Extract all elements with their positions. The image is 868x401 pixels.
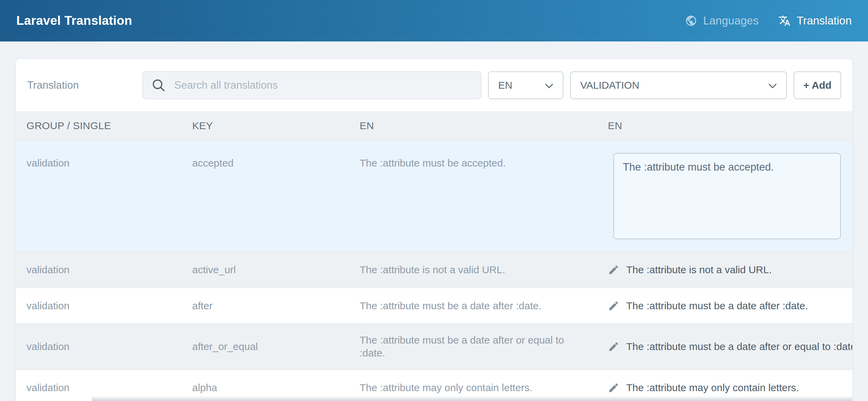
key-cell: accepted bbox=[182, 141, 349, 251]
translation-textarea[interactable]: The :attribute must be accepted. bbox=[613, 153, 841, 239]
translation-text: The :attribute is not a valid URL. bbox=[626, 263, 772, 276]
source-cell: The :attribute may only contain letters. bbox=[349, 370, 597, 401]
nav-link-translation[interactable]: Translation bbox=[778, 14, 852, 27]
column-header-target: EN bbox=[597, 111, 852, 140]
search-input[interactable] bbox=[142, 71, 482, 99]
locale-select-value: EN bbox=[498, 80, 512, 91]
nav-links: Languages Translation bbox=[685, 14, 852, 27]
table-row[interactable]: validation accepted The :attribute must … bbox=[16, 140, 852, 251]
column-header-group: GROUP / SINGLE bbox=[16, 111, 182, 140]
edit-pencil-icon bbox=[608, 382, 619, 394]
edit-pencil-icon bbox=[608, 341, 619, 352]
key-cell: after bbox=[182, 288, 349, 323]
table-row[interactable]: validation active_url The :attribute is … bbox=[16, 251, 852, 287]
chevron-down-icon bbox=[768, 80, 777, 91]
key-cell: after_or_equal bbox=[182, 324, 349, 369]
edit-pencil-icon bbox=[608, 264, 619, 276]
translation-cell[interactable]: The :attribute may only contain letters. bbox=[597, 370, 852, 401]
group-select[interactable]: VALIDATION bbox=[570, 71, 787, 99]
table-row[interactable]: validation after The :attribute must be … bbox=[16, 287, 852, 323]
app-title: Laravel Translation bbox=[16, 14, 132, 28]
translation-cell[interactable]: The :attribute must be a date after or e… bbox=[597, 324, 852, 369]
translate-icon bbox=[778, 15, 791, 27]
group-cell: validation bbox=[16, 141, 182, 251]
group-select-value: VALIDATION bbox=[580, 80, 639, 91]
nav-link-languages[interactable]: Languages bbox=[685, 14, 759, 27]
translation-text: The :attribute must be a date after :dat… bbox=[626, 299, 808, 312]
source-cell: The :attribute must be a date after or e… bbox=[349, 324, 597, 369]
locale-select[interactable]: EN bbox=[488, 71, 563, 99]
nav-link-label: Languages bbox=[703, 14, 759, 27]
navbar: Laravel Translation Languages Translatio… bbox=[0, 0, 868, 41]
key-cell: active_url bbox=[182, 252, 349, 287]
table-row[interactable]: validation after_or_equal The :attribute… bbox=[16, 323, 852, 369]
nav-link-label: Translation bbox=[797, 14, 852, 27]
source-cell: The :attribute is not a valid URL. bbox=[349, 252, 597, 287]
edit-pencil-icon bbox=[608, 300, 619, 312]
group-cell: validation bbox=[16, 324, 182, 369]
column-header-key: KEY bbox=[182, 111, 349, 140]
add-button[interactable]: + Add bbox=[794, 71, 841, 99]
translation-card: Translation EN VALIDATION + Add bbox=[16, 59, 852, 401]
group-cell: validation bbox=[16, 370, 182, 401]
column-header-source: EN bbox=[349, 111, 597, 140]
page-title: Translation bbox=[27, 79, 142, 91]
group-cell: validation bbox=[16, 288, 182, 323]
translation-cell: The :attribute must be accepted. bbox=[597, 141, 852, 251]
chevron-down-icon bbox=[545, 80, 553, 91]
translation-cell[interactable]: The :attribute is not a valid URL. bbox=[597, 252, 852, 287]
page-content: Translation EN VALIDATION + Add bbox=[0, 41, 868, 401]
source-cell: The :attribute must be accepted. bbox=[349, 141, 597, 251]
translation-text: The :attribute must be a date after or e… bbox=[626, 340, 852, 353]
table-row[interactable]: validation alpha The :attribute may only… bbox=[16, 369, 852, 401]
search-box bbox=[142, 71, 482, 99]
group-cell: validation bbox=[16, 252, 182, 287]
globe-icon bbox=[685, 15, 697, 27]
translation-cell[interactable]: The :attribute must be a date after :dat… bbox=[597, 288, 852, 323]
toolbar: Translation EN VALIDATION + Add bbox=[16, 59, 852, 111]
source-cell: The :attribute must be a date after :dat… bbox=[349, 288, 597, 323]
translation-text: The :attribute may only contain letters. bbox=[626, 381, 799, 394]
key-cell: alpha bbox=[182, 370, 349, 401]
table-header: GROUP / SINGLE KEY EN EN bbox=[16, 111, 852, 140]
